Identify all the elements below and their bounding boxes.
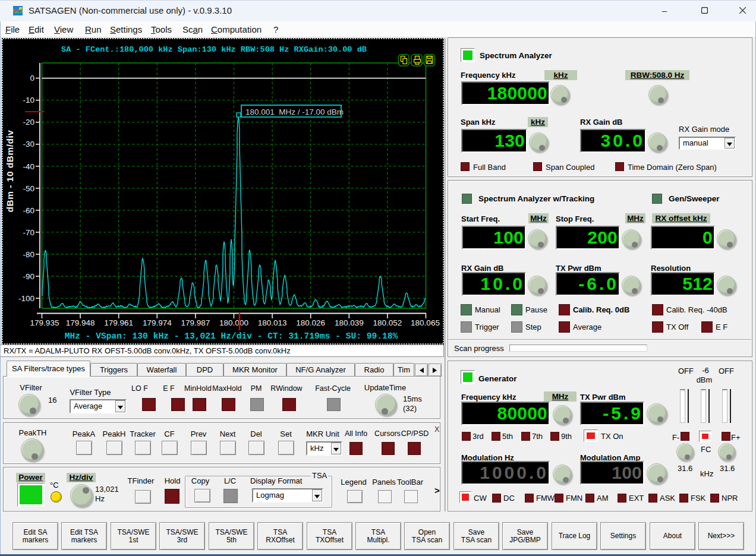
svg-text:0: 0: [30, 74, 34, 83]
svg-text:179.948: 179.948: [66, 318, 95, 327]
svg-text:180.026: 180.026: [296, 318, 325, 327]
svg-text:179.974: 179.974: [143, 318, 172, 327]
svg-text:MHz - VSpan: 130 kHz - 13,021: MHz - VSpan: 130 kHz - 13,021 Hz/div - C…: [65, 331, 398, 341]
svg-text:180.039: 180.039: [335, 318, 364, 327]
svg-text:-40: -40: [23, 162, 34, 171]
svg-text:179.987: 179.987: [181, 318, 210, 327]
svg-text:-60: -60: [23, 206, 34, 215]
svg-text:SA - FCent.:180,000 kHz Span:1: SA - FCent.:180,000 kHz Span:130 kHz RBW…: [61, 45, 367, 54]
svg-text:180.052: 180.052: [373, 318, 402, 327]
svg-text:-90: -90: [23, 272, 34, 281]
svg-text:179.935: 179.935: [30, 318, 59, 327]
svg-text:-70: -70: [23, 228, 34, 237]
svg-text:-80: -80: [23, 250, 34, 259]
svg-text:180.000: 180.000: [219, 318, 248, 327]
svg-text:-50: -50: [23, 184, 34, 193]
svg-text:180.065: 180.065: [411, 318, 440, 327]
svg-text:180.013: 180.013: [258, 318, 287, 327]
svg-text:-10: -10: [23, 96, 34, 105]
svg-text:-30: -30: [23, 140, 34, 149]
svg-text:-100: -100: [18, 294, 34, 303]
svg-text:179.961: 179.961: [104, 318, 133, 327]
svg-text:-20: -20: [23, 118, 34, 127]
svg-text:180.001 MHz / -17.00 dBm: 180.001 MHz / -17.00 dBm: [245, 108, 344, 116]
svg-text:dBm - 10 dBm/div: dBm - 10 dBm/div: [5, 130, 15, 213]
